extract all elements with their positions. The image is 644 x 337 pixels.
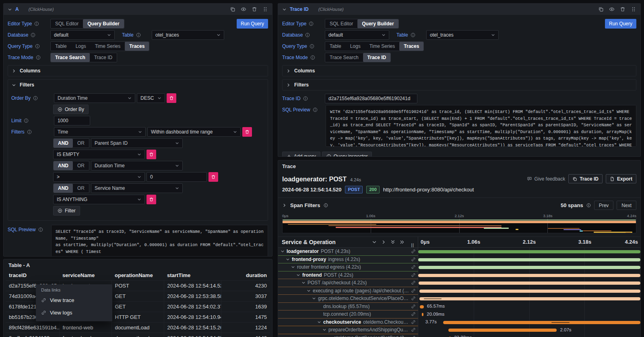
span-row[interactable]: frontend-proxy ingress (4.22s) <box>278 256 640 264</box>
filter-value-select[interactable]: Within dashboard time range <box>147 127 241 137</box>
link-icon[interactable] <box>411 304 416 309</box>
link-icon[interactable] <box>411 249 416 254</box>
filter-field-select[interactable]: Service Name <box>91 183 183 193</box>
collapse-chevron-icon[interactable] <box>8 7 12 12</box>
delete-query-icon[interactable] <box>252 6 257 12</box>
sql-editor-tab[interactable]: SQL Editor <box>51 19 83 28</box>
info-icon[interactable] <box>411 33 415 37</box>
link-icon[interactable] <box>411 296 416 301</box>
remove-filter-button[interactable] <box>147 150 156 159</box>
query-type-traces[interactable]: Traces <box>399 42 423 51</box>
minimap-canvas[interactable] <box>282 218 636 233</box>
span-row[interactable]: POST /api/checkout (4.22s) <box>278 279 640 287</box>
span-row[interactable]: tcp.connect (20.09ms) 20.09ms <box>278 310 640 319</box>
info-icon[interactable] <box>27 129 32 134</box>
chevron-down-icon[interactable] <box>296 273 300 277</box>
span-row[interactable]: oteldemo.CartService/GetCart (23.22ms) 2… <box>278 334 640 337</box>
column-header[interactable]: duration <box>221 270 270 281</box>
span-row[interactable]: router frontend egress (4.22s) <box>278 263 640 271</box>
chevron-down-icon[interactable] <box>281 249 285 253</box>
collapse-chevron-icon[interactable] <box>282 7 287 12</box>
span-row[interactable]: loadgenerator POST (4.23s) <box>278 248 640 256</box>
query-type-time-series[interactable]: Time Series <box>91 42 125 51</box>
filter-operator-select[interactable]: IS ANYTHING <box>53 195 145 204</box>
info-icon[interactable] <box>313 107 318 112</box>
info-icon[interactable] <box>31 33 35 37</box>
chevron-down-icon[interactable] <box>301 281 305 285</box>
query-type-table[interactable]: Table <box>51 42 71 51</box>
drag-handle-icon[interactable] <box>262 6 268 12</box>
remove-filter-button[interactable] <box>147 195 156 204</box>
run-query-button[interactable]: Run Query <box>605 19 636 29</box>
info-icon[interactable] <box>36 55 41 60</box>
info-icon[interactable] <box>24 118 29 123</box>
trace-id-tab[interactable]: Trace ID <box>363 53 391 62</box>
query-builder-tab[interactable]: Query Builder <box>357 19 398 28</box>
or-option[interactable]: OR <box>73 161 89 170</box>
trace-id-link[interactable]: 89cf4286e631591b4... <box>6 323 59 333</box>
delete-query-icon[interactable] <box>620 6 625 12</box>
query-type-traces[interactable]: Traces <box>125 42 149 51</box>
or-option[interactable]: OR <box>73 184 89 193</box>
table-select[interactable]: otel_traces <box>426 30 499 40</box>
query-type-table[interactable]: Table <box>325 42 346 51</box>
add-order-by-button[interactable]: Order By <box>53 105 89 114</box>
info-icon[interactable] <box>35 44 40 49</box>
run-query-button[interactable]: Run Query <box>237 19 268 29</box>
collapse-one-icon[interactable] <box>372 240 377 245</box>
chevron-down-icon[interactable] <box>291 265 295 269</box>
query-type-logs[interactable]: Logs <box>346 42 365 51</box>
info-icon[interactable] <box>305 33 310 37</box>
trace-search-tab[interactable]: Trace Search <box>51 53 90 62</box>
filter-field-select[interactable]: Time <box>54 127 146 137</box>
column-header[interactable]: serviceName <box>59 270 111 281</box>
add-filter-button[interactable]: Filter <box>53 206 80 216</box>
sql-editor-tab[interactable]: SQL Editor <box>325 19 357 28</box>
order-by-direction-select[interactable]: DESC <box>137 93 165 103</box>
trace-id-tab[interactable]: Trace ID <box>90 53 117 62</box>
table-row[interactable]: 3cc7ccfc9194109... frontend-web document… <box>6 333 270 337</box>
filter-field-select[interactable]: Parent Span ID <box>91 138 183 148</box>
chevron-down-icon[interactable] <box>312 296 316 300</box>
panel-title[interactable]: Trace ID <box>290 6 309 12</box>
or-option[interactable]: OR <box>73 139 89 148</box>
trace-search-tab[interactable]: Trace Search <box>325 53 363 62</box>
trace-id-copy-button[interactable]: Trace ID <box>568 174 603 183</box>
remove-filter-button[interactable] <box>208 172 218 182</box>
span-row[interactable]: executing api route (pages) /api/checkou… <box>278 287 640 295</box>
collapse-all-icon[interactable] <box>390 240 395 245</box>
limit-input[interactable]: 1000 <box>54 116 90 125</box>
filter-operator-select[interactable]: > <box>53 172 145 182</box>
column-header[interactable]: traceID <box>6 270 59 281</box>
link-icon[interactable] <box>411 280 416 285</box>
table-row[interactable]: 89cf4286e631591b4... frontend-web docume… <box>6 323 270 333</box>
filters-section-header[interactable]: Filters <box>283 80 636 90</box>
order-by-field-select[interactable]: Duration Time <box>54 93 135 103</box>
link-icon[interactable] <box>411 320 416 325</box>
view-trace-link[interactable]: View trace <box>36 294 112 306</box>
span-row[interactable]: frontend POST (4.22s) <box>278 271 640 279</box>
hide-response-icon[interactable] <box>241 6 246 12</box>
query-type-time-series[interactable]: Time Series <box>365 42 400 51</box>
filter-operator-select[interactable]: IS EMPTY <box>53 150 145 159</box>
and-option[interactable]: AND <box>54 139 73 148</box>
chevron-down-icon[interactable] <box>286 257 290 261</box>
drag-handle-icon[interactable] <box>631 6 636 12</box>
link-icon[interactable] <box>411 335 416 337</box>
remove-filter-button[interactable] <box>242 127 252 137</box>
filter-field-select[interactable]: Duration Time <box>91 161 183 171</box>
database-select[interactable]: default <box>325 30 389 40</box>
query-builder-tab[interactable]: Query Builder <box>83 19 124 28</box>
link-icon[interactable] <box>411 288 416 293</box>
column-header[interactable]: operationName <box>111 270 164 281</box>
trace-id-input[interactable]: d2a7155ef6a928a05680e5ff6190241d <box>325 94 417 103</box>
span-row[interactable]: grpc.oteldemo.CheckoutService/PlaceOrder… <box>278 295 640 303</box>
info-icon[interactable] <box>38 227 43 232</box>
column-resize-handle[interactable]: || <box>411 243 414 247</box>
link-icon[interactable] <box>411 273 416 277</box>
give-feedback-link[interactable]: Give feedback <box>527 176 566 182</box>
duplicate-icon[interactable] <box>598 6 604 12</box>
info-icon[interactable] <box>586 203 591 208</box>
and-option[interactable]: AND <box>54 161 73 170</box>
prev-span-button[interactable]: Prev <box>594 201 614 210</box>
